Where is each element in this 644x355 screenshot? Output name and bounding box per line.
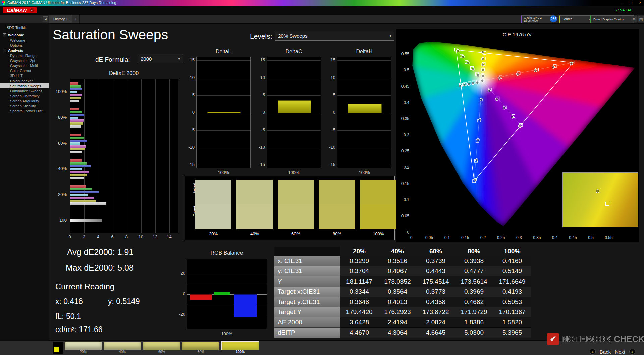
sidebar-collapse-button[interactable]: ◀ [43, 16, 48, 22]
measurement-data-table: 20%40%60%80%100%x: CIE310.32990.35160.37… [274, 247, 531, 338]
current-reading-heading: Current Reading [55, 282, 114, 291]
gridline [337, 165, 391, 165]
patch-thumb-40%[interactable]: 40% [104, 342, 141, 354]
table-cell: 1.5820 [493, 317, 531, 328]
measured-marker-blue [480, 98, 483, 101]
minimize-button[interactable]: ─ [620, 0, 623, 5]
x-axis-label: 100% [196, 170, 251, 175]
next-button[interactable]: Next [615, 349, 625, 355]
y-tick-label: -15 [327, 162, 335, 167]
table-cell: 4.3064 [378, 328, 417, 338]
y-tick-label: 0.45 [401, 84, 410, 89]
column-header: 20% [340, 247, 378, 256]
chevron-down-icon: ▾ [178, 57, 180, 61]
maximize-button[interactable]: □ [630, 0, 632, 5]
de-bar-green [70, 111, 82, 113]
rgb-bar-green [214, 292, 231, 295]
table-cell: 173.5614 [455, 276, 493, 287]
column-header: 60% [417, 247, 455, 256]
back-button[interactable]: Back [600, 349, 611, 355]
delta-bar [207, 112, 240, 113]
sidebar-item-colorchecker[interactable]: ColorChecker [0, 78, 49, 83]
delta-bar [348, 104, 381, 113]
tab-history-1[interactable]: History 1 [49, 15, 72, 23]
target-swatch [236, 204, 273, 229]
y-tick-label: 0 [407, 230, 409, 235]
expander-icon[interactable]: − [3, 49, 6, 52]
plot-area [267, 57, 321, 168]
sidebar-item-dynamic-range[interactable]: Dynamic Range [0, 53, 49, 58]
gridline [337, 95, 391, 96]
table-cell: 5.3965 [493, 328, 531, 338]
sidebar-item-grayscale-2pt[interactable]: Grayscale - 2pt [0, 58, 49, 63]
calman-menu-button[interactable]: CalMAN ▾ [3, 7, 37, 13]
measured-marker-red [552, 66, 555, 68]
sidebar-item-grayscale-multi[interactable]: Grayscale - Multi [0, 63, 49, 68]
table-cell: 0.4682 [455, 297, 493, 307]
gridline [267, 130, 321, 131]
x-tick-label: 8 [122, 234, 130, 239]
sidebar-item-screen-angularity[interactable]: Screen Angularity [0, 98, 49, 103]
swatch-80% [319, 180, 355, 229]
gridline [267, 60, 321, 61]
watermark-text: CHECK [614, 334, 644, 344]
display-settings-button[interactable]: ▤ [638, 16, 644, 22]
table-cell: 0.3739 [417, 256, 455, 266]
measured-marker-red [516, 73, 519, 76]
settings-gear-button[interactable]: ⚙ [631, 16, 637, 22]
next-icon[interactable]: » [629, 349, 635, 355]
de-bar-cyan [70, 142, 80, 145]
sidebar-item-screen-uniformity[interactable]: Screen Uniformity [0, 93, 49, 98]
de-bar-cyan [70, 194, 88, 196]
sidebar-item-3d-lut[interactable]: 3D LUT [0, 73, 49, 78]
patch-window-button[interactable] [53, 342, 63, 354]
back-icon[interactable]: « [590, 349, 596, 355]
target-swatch [360, 204, 396, 229]
y-tick-label: -15 [257, 162, 265, 167]
gridline [337, 148, 391, 148]
display-control-dropdown[interactable]: Direct Display Control ▾ [590, 15, 634, 23]
session-timer: 6:54:46 [615, 8, 633, 12]
de-bar-magenta [70, 171, 89, 173]
de-bar-blue [70, 140, 87, 142]
source-dropdown[interactable]: Source ▾ [559, 15, 592, 23]
sidebar-item-welcome[interactable]: Welcome [0, 38, 49, 43]
sidebar-item-spectral-power-dist[interactable]: Spectral Power Dist. [0, 108, 49, 113]
sidebar-group-welcome[interactable]: −Welcome [0, 32, 49, 38]
sidebar-group-analysis[interactable]: −Analysis [0, 48, 49, 53]
levels-dropdown[interactable]: 20% Sweeps ▾ [275, 31, 394, 41]
de-bar-green [70, 162, 87, 165]
swatch-row [195, 180, 396, 229]
toolbar: ◀ History 1 + X-Rite i1Pro 2 Direct View… [0, 15, 644, 24]
y-tick-label: 100 [55, 218, 67, 223]
patch-thumb-60%[interactable]: 60% [143, 342, 180, 354]
tab-add-button[interactable]: + [72, 15, 80, 23]
sidebar-item-color-gamut[interactable]: Color Gamut [0, 68, 49, 73]
de-bar-cyan [70, 91, 77, 93]
de-bar-yellow [70, 148, 85, 150]
chart-title: DeltaC [267, 49, 321, 55]
de-formula-dropdown[interactable]: 2000 ▾ [138, 54, 183, 63]
sidebar-item-screen-stability[interactable]: Screen Stability [0, 103, 49, 108]
patch-thumb-20%[interactable]: 20% [65, 342, 102, 354]
patch-thumb-80%[interactable]: 80% [182, 342, 219, 354]
patch-thumb-100%[interactable]: 100% [222, 342, 259, 354]
measured-marker-blue [474, 178, 477, 181]
y-tick-label: 15 [257, 57, 265, 62]
thumb-color [104, 342, 141, 350]
table-cell: 0.3344 [340, 287, 378, 297]
sidebar-item-options[interactable]: Options [0, 43, 49, 48]
workflow-tree: −WelcomeWelcomeOptions−AnalysisDynamic R… [0, 32, 49, 113]
levels-label: Levels: [250, 32, 272, 40]
table-cell: 1.8386 [455, 317, 493, 328]
measured-marker-cyan [463, 83, 466, 86]
expander-icon[interactable]: − [3, 33, 6, 37]
de-bar-blue [70, 165, 91, 167]
y-tick-label: 15 [327, 57, 335, 62]
de-bar-red [70, 134, 81, 136]
meter-dropdown[interactable]: X-Rite i1Pro 2 Direct View ▾ [521, 15, 554, 23]
sidebar-item-luminance-sweeps[interactable]: Luminance Sweeps [0, 88, 49, 93]
close-button[interactable]: × [639, 0, 641, 5]
sidebar-item-saturation-sweeps[interactable]: Saturation Sweeps [0, 83, 49, 88]
x-axis-label: 100% [187, 331, 266, 336]
